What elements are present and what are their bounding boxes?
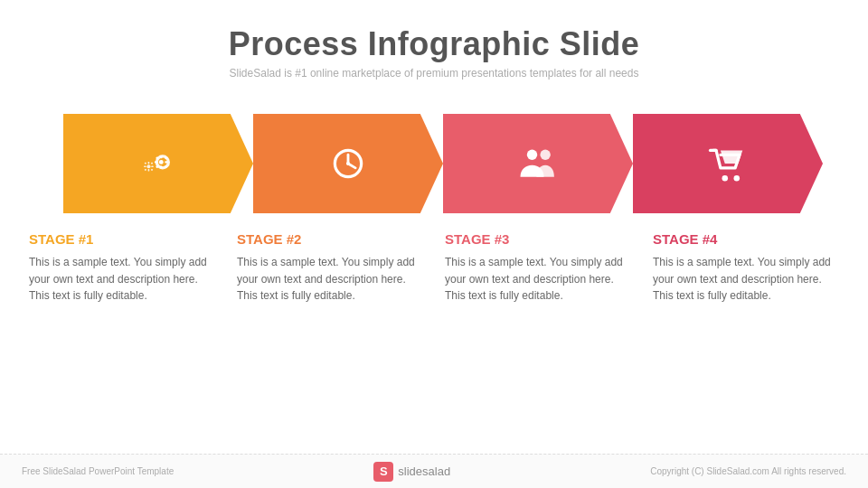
stages-row: STAGE #1 This is a sample text. You simp… xyxy=(18,231,850,305)
arrow-wrapper-1 xyxy=(63,114,253,213)
footer-right-text: Copyright (C) SlideSalad.com All rights … xyxy=(650,466,846,476)
stage-4-text: This is a sample text. You simply add yo… xyxy=(653,254,839,305)
svg-rect-12 xyxy=(144,165,146,167)
header: Process Infographic Slide SlideSalad is … xyxy=(229,25,640,80)
logo-text: slidesalad xyxy=(398,465,450,478)
svg-point-25 xyxy=(734,175,741,182)
svg-point-22 xyxy=(527,150,537,160)
stage-3: STAGE #3 This is a sample text. You simp… xyxy=(434,231,642,305)
svg-point-24 xyxy=(722,175,729,182)
svg-point-21 xyxy=(346,162,350,165)
stage-1-title: STAGE #1 xyxy=(29,231,215,247)
arrow-wrapper-3 xyxy=(443,114,633,213)
footer-center: S slidesalad xyxy=(373,462,450,482)
footer-logo: S slidesalad xyxy=(373,462,450,482)
stage-3-title: STAGE #3 xyxy=(445,231,631,247)
arrow-shape-4 xyxy=(633,114,823,213)
svg-rect-1 xyxy=(160,155,162,158)
footer-left-text: Free SlideSalad PowerPoint Template xyxy=(22,466,174,476)
svg-rect-10 xyxy=(148,162,150,164)
people-icon xyxy=(514,140,561,187)
stage-2-title: STAGE #2 xyxy=(237,231,423,247)
svg-rect-16 xyxy=(145,169,147,172)
cart-icon xyxy=(704,140,751,187)
arrow-wrapper-2 xyxy=(253,114,443,213)
stage-3-text: This is a sample text. You simply add yo… xyxy=(445,254,631,305)
arrow-shape-2 xyxy=(253,114,443,213)
svg-rect-4 xyxy=(165,161,167,163)
slide-subtitle: SlideSalad is #1 online marketplace of p… xyxy=(229,67,640,80)
footer: Free SlideSalad PowerPoint Template S sl… xyxy=(0,454,868,488)
svg-point-0 xyxy=(159,160,164,164)
arrows-row xyxy=(63,114,823,213)
arrow-shape-3 xyxy=(443,114,633,213)
gears-icon xyxy=(135,140,182,187)
svg-point-23 xyxy=(540,150,550,160)
stage-1-text: This is a sample text. You simply add yo… xyxy=(29,254,215,305)
svg-rect-13 xyxy=(151,165,153,167)
stage-2-text: This is a sample text. You simply add yo… xyxy=(237,254,423,305)
svg-rect-14 xyxy=(145,162,147,164)
arrow-wrapper-4 xyxy=(633,114,823,213)
clock-icon xyxy=(325,140,372,187)
svg-point-9 xyxy=(146,164,150,168)
svg-rect-2 xyxy=(160,165,162,168)
slide-title: Process Infographic Slide xyxy=(229,25,640,63)
arrow-shape-1 xyxy=(63,114,253,213)
slide: Process Infographic Slide SlideSalad is … xyxy=(0,0,868,488)
svg-rect-11 xyxy=(148,169,150,171)
svg-rect-3 xyxy=(155,161,157,163)
stage-2: STAGE #2 This is a sample text. You simp… xyxy=(226,231,434,305)
stage-1: STAGE #1 This is a sample text. You simp… xyxy=(18,231,226,305)
stage-4-title: STAGE #4 xyxy=(653,231,839,247)
logo-s-badge: S xyxy=(373,462,393,482)
stage-4: STAGE #4 This is a sample text. You simp… xyxy=(642,231,850,305)
